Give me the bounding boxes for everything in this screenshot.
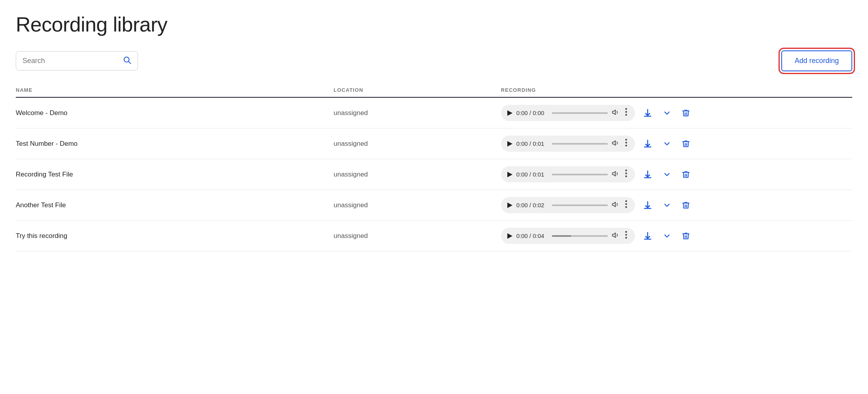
row-name: Another Test File: [16, 190, 333, 221]
row-location: unassigned: [333, 128, 501, 159]
col-name: NAME: [16, 87, 333, 97]
svg-point-8: [625, 142, 627, 143]
expand-button[interactable]: [661, 107, 673, 119]
play-button[interactable]: [507, 203, 512, 208]
row-actions: [635, 199, 692, 212]
row-location: unassigned: [333, 221, 501, 251]
search-input[interactable]: [22, 57, 119, 65]
progress-track[interactable]: [552, 112, 608, 114]
time-label: 0:00 / 0:04: [516, 232, 548, 239]
table-row: Try this recordingunassigned0:00 / 0:04: [16, 221, 852, 251]
play-button[interactable]: [507, 141, 512, 147]
delete-button[interactable]: [680, 138, 692, 150]
col-recording: RECORDING: [501, 87, 852, 97]
play-button[interactable]: [507, 172, 512, 177]
svg-point-20: [625, 234, 627, 236]
svg-point-21: [625, 237, 627, 238]
svg-point-15: [625, 200, 627, 202]
more-options-icon[interactable]: [624, 139, 629, 149]
svg-marker-10: [612, 171, 615, 176]
time-label: 0:00 / 0:02: [516, 202, 548, 208]
progress-track[interactable]: [552, 143, 608, 145]
table-row: Welcome - Demounassigned0:00 / 0:00: [16, 97, 852, 128]
expand-button[interactable]: [661, 169, 673, 180]
row-recording: 0:00 / 0:01: [501, 128, 852, 159]
time-label: 0:00 / 0:00: [516, 110, 548, 116]
progress-track[interactable]: [552, 204, 608, 206]
svg-point-12: [625, 173, 627, 174]
svg-point-19: [625, 231, 627, 232]
row-recording: 0:00 / 0:04: [501, 221, 852, 251]
progress-fill: [552, 235, 572, 237]
table-row: Another Test Fileunassigned0:00 / 0:02: [16, 190, 852, 221]
svg-point-16: [625, 203, 627, 205]
svg-point-13: [625, 175, 627, 177]
row-name: Recording Test File: [16, 159, 333, 190]
download-button[interactable]: [641, 199, 654, 212]
play-button[interactable]: [507, 110, 512, 116]
time-label: 0:00 / 0:01: [516, 171, 548, 178]
download-button[interactable]: [641, 168, 654, 181]
expand-button[interactable]: [661, 230, 673, 242]
time-label: 0:00 / 0:01: [516, 140, 548, 147]
search-icon: [123, 56, 131, 66]
download-button[interactable]: [641, 138, 654, 150]
row-actions: [635, 138, 692, 150]
row-recording: 0:00 / 0:02: [501, 190, 852, 221]
audio-player: 0:00 / 0:04: [501, 228, 635, 244]
volume-icon[interactable]: [612, 231, 620, 241]
audio-player: 0:00 / 0:01: [501, 166, 635, 182]
svg-marker-6: [612, 141, 615, 145]
delete-button[interactable]: [680, 199, 692, 211]
row-recording: 0:00 / 0:00: [501, 97, 852, 128]
play-button[interactable]: [507, 233, 512, 239]
row-location: unassigned: [333, 190, 501, 221]
svg-point-17: [625, 206, 627, 208]
add-recording-button[interactable]: Add recording: [781, 50, 852, 71]
svg-marker-2: [612, 110, 615, 115]
page-title: Recording library: [16, 13, 852, 36]
svg-point-9: [625, 145, 627, 146]
svg-marker-14: [612, 202, 615, 207]
col-location: LOCATION: [333, 87, 501, 97]
svg-point-5: [625, 114, 627, 115]
svg-point-3: [625, 108, 627, 110]
table-row: Recording Test Fileunassigned0:00 / 0:01: [16, 159, 852, 190]
audio-player: 0:00 / 0:02: [501, 197, 635, 213]
delete-button[interactable]: [680, 107, 692, 119]
download-button[interactable]: [641, 230, 654, 242]
audio-player: 0:00 / 0:01: [501, 136, 635, 152]
row-name: Welcome - Demo: [16, 97, 333, 128]
delete-button[interactable]: [680, 230, 692, 242]
volume-icon[interactable]: [612, 139, 620, 149]
toolbar: Add recording: [16, 50, 852, 71]
row-name: Test Number - Demo: [16, 128, 333, 159]
more-options-icon[interactable]: [624, 169, 629, 179]
row-recording: 0:00 / 0:01: [501, 159, 852, 190]
more-options-icon[interactable]: [624, 108, 629, 118]
row-name: Try this recording: [16, 221, 333, 251]
volume-icon[interactable]: [612, 170, 620, 179]
recordings-table: NAME LOCATION RECORDING Welcome - Demoun…: [16, 87, 852, 251]
table-row: Test Number - Demounassigned0:00 / 0:01: [16, 128, 852, 159]
progress-track[interactable]: [552, 174, 608, 175]
more-options-icon[interactable]: [624, 200, 629, 210]
delete-button[interactable]: [680, 169, 692, 180]
svg-point-11: [625, 169, 627, 171]
row-actions: [635, 107, 692, 119]
svg-marker-18: [612, 233, 615, 238]
svg-point-4: [625, 111, 627, 113]
volume-icon[interactable]: [612, 108, 620, 118]
expand-button[interactable]: [661, 199, 673, 211]
expand-button[interactable]: [661, 138, 673, 150]
row-location: unassigned: [333, 97, 501, 128]
search-box: [16, 51, 138, 71]
row-actions: [635, 168, 692, 181]
more-options-icon[interactable]: [624, 231, 629, 241]
audio-player: 0:00 / 0:00: [501, 105, 635, 121]
download-button[interactable]: [641, 107, 654, 119]
row-actions: [635, 230, 692, 242]
progress-track[interactable]: [552, 235, 608, 237]
svg-point-7: [625, 139, 627, 140]
volume-icon[interactable]: [612, 201, 620, 210]
